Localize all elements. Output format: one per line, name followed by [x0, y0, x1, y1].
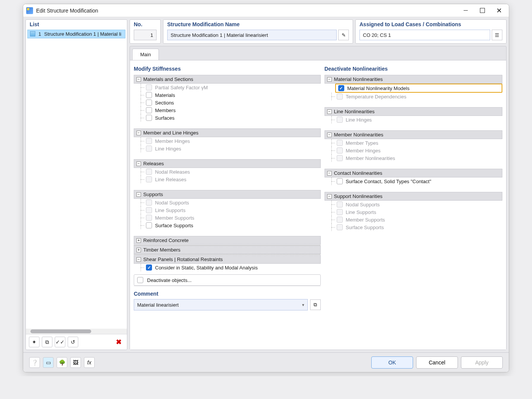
help-button[interactable]: ❔: [29, 357, 40, 368]
group-support-nonlin[interactable]: −Support Nonlinearities: [325, 192, 502, 201]
checkbox: [146, 84, 152, 90]
ok-button[interactable]: OK: [371, 356, 413, 369]
group-member-line-hinges[interactable]: −Member and Line Hinges: [134, 128, 321, 137]
checkbox-checked[interactable]: [146, 264, 152, 271]
item-partial-safety-factor: Partial Safety Factor γM: [134, 84, 321, 91]
deactivate-objects-label: Deactivate objects...: [147, 277, 192, 283]
list-item-icon: [30, 31, 35, 36]
checkbox[interactable]: [337, 178, 343, 184]
checkbox[interactable]: [146, 107, 152, 113]
window-title: Edit Structure Modification: [36, 8, 98, 14]
group-releases[interactable]: −Releases: [134, 159, 321, 168]
group-materials-sections[interactable]: −Materials and Sections: [134, 75, 321, 84]
tab-main[interactable]: Main: [132, 49, 159, 60]
item-member-nonlin-2: Member Nonlinearities: [325, 154, 502, 162]
group-contact-nonlin[interactable]: −Contact Nonlinearities: [325, 169, 502, 177]
maximize-button[interactable]: [474, 5, 491, 16]
collapse-icon[interactable]: −: [136, 77, 141, 82]
list-item-index: 1: [38, 31, 41, 37]
minimize-button[interactable]: [457, 5, 474, 16]
checkbox: [337, 117, 343, 123]
edit-name-button[interactable]: ✎: [338, 30, 349, 40]
delete-button[interactable]: ✖: [113, 337, 124, 347]
cancel-button[interactable]: Cancel: [416, 356, 458, 369]
copy-button[interactable]: ⧉: [42, 337, 52, 347]
comment-panel: Comment Material linearisiert ▾ ⧉: [134, 286, 321, 311]
view-button[interactable]: ▭: [43, 357, 54, 368]
apply-button[interactable]: Apply: [461, 356, 503, 369]
checkbox-checked[interactable]: [338, 85, 344, 91]
list-area[interactable]: 1 Structure Modification 1 | Material li: [26, 30, 127, 329]
group-material-nonlin[interactable]: −Material Nonlinearities: [325, 75, 502, 84]
check-all-button[interactable]: ✓✓: [55, 337, 65, 347]
item-sections[interactable]: Sections: [134, 99, 321, 106]
deactivate-objects-row[interactable]: Deactivate objects...: [134, 274, 321, 286]
item-nodal-supports-2: Nodal Supports: [325, 201, 502, 208]
checkbox: [337, 217, 343, 223]
item-surfaces[interactable]: Surfaces: [134, 114, 321, 122]
collapse-icon[interactable]: −: [327, 171, 332, 176]
collapse-icon[interactable]: −: [136, 162, 141, 166]
collapse-icon[interactable]: −: [136, 131, 141, 135]
comment-combobox[interactable]: Material linearisiert ▾: [134, 299, 308, 310]
item-line-hinges-2: Line Hinges: [325, 116, 502, 124]
group-supports[interactable]: −Supports: [134, 190, 321, 199]
uncheck-all-button[interactable]: ↺: [68, 337, 78, 347]
scrollbar-thumb[interactable]: [30, 329, 91, 333]
collapse-icon[interactable]: −: [327, 77, 332, 82]
collapse-icon[interactable]: −: [327, 194, 332, 199]
item-member-supports: Member Supports: [134, 214, 321, 222]
item-member-types: Member Types: [325, 139, 502, 147]
item-line-supports: Line Supports: [134, 206, 321, 214]
checkbox[interactable]: [146, 115, 152, 121]
checkbox[interactable]: [146, 92, 152, 98]
expand-icon[interactable]: +: [136, 238, 141, 243]
item-surface-supports[interactable]: Surface Supports: [134, 222, 321, 229]
checkbox[interactable]: [146, 222, 152, 228]
close-button[interactable]: ✕: [491, 5, 507, 16]
expand-icon[interactable]: +: [136, 248, 141, 252]
group-reinforced-concrete[interactable]: +Reinforced Concrete: [134, 236, 321, 245]
checkbox[interactable]: [146, 100, 152, 106]
graphic-button[interactable]: 🖼: [70, 357, 81, 368]
checkbox: [146, 215, 152, 221]
item-consider-analysis[interactable]: Consider in Static, Stability and Modal …: [134, 264, 321, 271]
field-assigned-input[interactable]: CO 20; CS 1: [359, 30, 490, 40]
new-button[interactable]: ✦: [29, 337, 40, 347]
field-no: No. 1: [130, 19, 161, 44]
field-no-label: No.: [134, 21, 157, 27]
group-shear-panels[interactable]: −Shear Panels | Rotational Restraints: [134, 255, 321, 264]
item-members[interactable]: Members: [134, 106, 321, 114]
item-member-hinges-2: Member Hinges: [325, 147, 502, 154]
item-nodal-supports: Nodal Supports: [134, 199, 321, 206]
checkbox: [337, 93, 343, 100]
group-member-nonlin[interactable]: −Member Nonlinearities: [325, 130, 502, 139]
checkbox: [146, 138, 152, 144]
deactivate-nonlinearities-column: Deactivate Nonlinearities −Material Nonl…: [325, 64, 502, 346]
checkbox[interactable]: [137, 277, 143, 283]
item-surface-contact[interactable]: Surface Contact, Solid Types "Contact": [325, 177, 502, 185]
item-materials[interactable]: Materials: [134, 91, 321, 99]
item-member-hinges: Member Hinges: [134, 137, 321, 145]
list-horizontal-scrollbar[interactable]: [26, 329, 127, 334]
collapse-icon[interactable]: −: [136, 192, 141, 197]
assigned-browse-button[interactable]: ☰: [492, 30, 502, 40]
field-no-input[interactable]: 1: [134, 30, 157, 40]
group-line-nonlin[interactable]: −Line Nonlinearities: [325, 107, 502, 116]
comment-label: Comment: [134, 289, 321, 299]
tree-button[interactable]: 🌳: [57, 357, 67, 368]
fx-button[interactable]: fx: [84, 357, 95, 368]
item-surface-supports-2: Surface Supports: [325, 223, 502, 231]
field-name-input[interactable]: Structure Modification 1 | Material line…: [167, 30, 337, 40]
list-item[interactable]: 1 Structure Modification 1 | Material li: [27, 30, 125, 38]
collapse-icon[interactable]: −: [327, 133, 332, 137]
collapse-icon[interactable]: −: [327, 109, 332, 114]
collapse-icon[interactable]: −: [136, 257, 141, 262]
item-material-nonlin-models-highlighted[interactable]: Material Nonlinearity Models: [335, 84, 502, 93]
checkbox: [337, 224, 343, 230]
checkbox: [337, 209, 343, 215]
group-timber-members[interactable]: +Timber Members: [134, 245, 321, 254]
item-nodal-releases: Nodal Releases: [134, 168, 321, 176]
tabs-panel: Main Modify Stiffnesses −Materials and S…: [130, 46, 507, 350]
comment-copy-button[interactable]: ⧉: [310, 299, 321, 310]
